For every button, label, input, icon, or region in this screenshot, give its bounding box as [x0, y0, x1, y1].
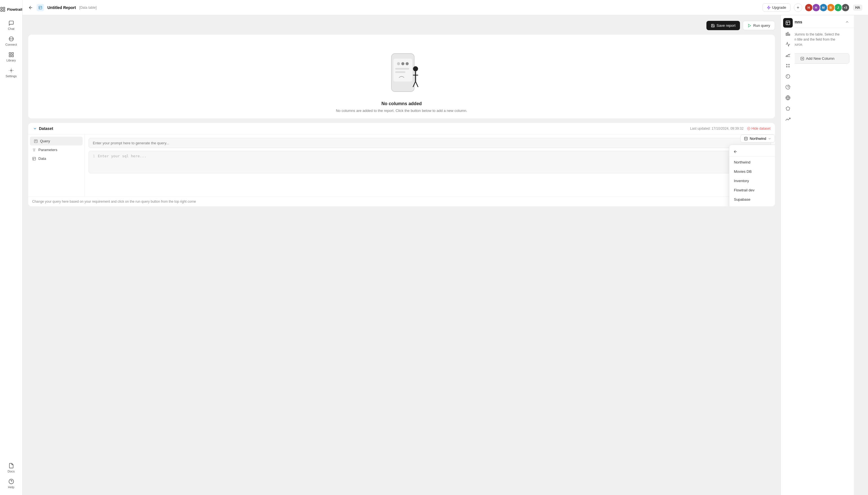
- avatar-2: H: [812, 3, 820, 12]
- dataset-main: 1 Enter your sql here... Northwind: [85, 135, 775, 197]
- empty-illustration: [376, 46, 427, 97]
- view-bar-chart-icon[interactable]: [783, 29, 793, 38]
- svg-marker-26: [748, 24, 751, 27]
- db-dropdown-trigger[interactable]: Northwind: [740, 135, 775, 143]
- svg-rect-33: [395, 71, 406, 73]
- dataset-tab-query[interactable]: Query: [30, 137, 83, 146]
- app-logo: Flowtrail: [0, 3, 22, 17]
- svg-rect-9: [9, 55, 11, 57]
- topbar: Untitled Report [Data table] Upgrade + H…: [22, 0, 868, 15]
- sidebar-item-help[interactable]: Help: [0, 476, 22, 492]
- avatar-4: B: [827, 3, 835, 12]
- main-content: Save report Run query: [22, 15, 868, 495]
- sql-editor[interactable]: 1 Enter your sql here...: [88, 151, 771, 173]
- view-table-icon[interactable]: [783, 18, 793, 28]
- dataset-body: Query Parameters: [28, 135, 775, 197]
- sidebar-item-chat[interactable]: Chat: [0, 17, 22, 33]
- svg-rect-8: [12, 53, 13, 54]
- report-title: Untitled Report: [47, 5, 76, 10]
- center-area: Save report Run query: [22, 15, 781, 495]
- db-option-supabase[interactable]: Supabase: [729, 195, 775, 204]
- svg-point-19: [786, 66, 787, 67]
- run-query-button[interactable]: Run query: [743, 21, 775, 30]
- view-line-chart-icon[interactable]: [783, 39, 793, 49]
- svg-point-49: [745, 137, 748, 138]
- sidebar-item-connect[interactable]: Connect: [0, 33, 22, 49]
- svg-point-11: [11, 70, 12, 71]
- svg-point-30: [401, 62, 404, 65]
- svg-point-34: [413, 66, 418, 71]
- sidebar-item-help-label: Help: [8, 485, 14, 489]
- dataset-section: Dataset Last updated: 17/10/2024, 09:39:…: [28, 123, 775, 206]
- svg-rect-7: [9, 53, 11, 54]
- query-prompt-input[interactable]: [88, 138, 771, 148]
- db-selected-label: Northwind: [750, 136, 766, 141]
- svg-rect-1: [3, 7, 5, 9]
- back-button[interactable]: [28, 5, 33, 10]
- add-column-button[interactable]: Add New Column: [785, 53, 849, 64]
- sidebar: Flowtrail Chat Connect Library Settings: [0, 0, 22, 495]
- sidebar-item-settings[interactable]: Settings: [0, 65, 22, 81]
- svg-point-22: [786, 64, 787, 65]
- svg-marker-25: [786, 106, 790, 110]
- upgrade-button[interactable]: Upgrade: [763, 3, 790, 12]
- db-back-button[interactable]: [729, 147, 775, 156]
- svg-point-20: [788, 64, 789, 65]
- view-trend-icon[interactable]: [783, 115, 793, 124]
- save-report-button[interactable]: Save report: [707, 21, 740, 30]
- svg-rect-0: [1, 7, 2, 9]
- db-option-inventory[interactable]: Inventory: [729, 176, 775, 186]
- view-scatter-icon[interactable]: [783, 61, 793, 70]
- dataset-last-updated: Last updated: 17/10/2024, 09:39:32: [690, 126, 744, 131]
- svg-rect-14: [39, 6, 42, 9]
- svg-rect-10: [12, 55, 13, 57]
- db-option-movies-db[interactable]: Movies DB: [729, 167, 775, 176]
- empty-state: No columns added No columns are added to…: [28, 35, 775, 118]
- svg-rect-15: [786, 21, 790, 25]
- view-world-icon[interactable]: [783, 93, 793, 103]
- dataset-tab-data[interactable]: Data: [28, 154, 84, 163]
- empty-title: No columns added: [381, 101, 422, 106]
- avatar-1: H: [804, 3, 813, 12]
- svg-rect-18: [789, 34, 789, 35]
- avatar-5: J: [834, 3, 843, 12]
- db-option-flowtrail-dev[interactable]: Flowtrail dev: [729, 186, 775, 195]
- svg-point-21: [788, 66, 789, 67]
- avatars-group: H H M B J +3: [806, 3, 850, 12]
- view-gauge-icon[interactable]: [783, 72, 793, 81]
- view-area-chart-icon[interactable]: [783, 50, 793, 60]
- empty-description: No columns are added to the report. Clic…: [336, 108, 467, 113]
- svg-point-31: [406, 62, 409, 65]
- toolbar-row: Save report Run query: [28, 21, 775, 30]
- view-icons-panel: [781, 15, 795, 495]
- sidebar-item-library[interactable]: Library: [0, 49, 22, 65]
- db-option-turso-db[interactable]: Turso db: [729, 204, 775, 206]
- svg-rect-28: [393, 58, 412, 82]
- view-pie-icon[interactable]: [783, 82, 793, 92]
- avatar-extra: +3: [841, 3, 850, 12]
- sidebar-item-docs-label: Docs: [7, 470, 15, 473]
- svg-rect-16: [786, 33, 787, 35]
- dataset-title: Dataset: [33, 126, 53, 131]
- add-button[interactable]: +: [794, 3, 802, 12]
- svg-point-29: [397, 62, 400, 65]
- dataset-header: Dataset Last updated: 17/10/2024, 09:39:…: [28, 123, 775, 135]
- view-pentagon-icon[interactable]: [783, 104, 793, 113]
- report-type-icon: [37, 4, 44, 11]
- sidebar-item-settings-label: Settings: [6, 74, 17, 78]
- sidebar-item-docs[interactable]: Docs: [0, 460, 22, 476]
- db-dropdown-menu: Northwind ✓ Movies DB Inventory Flowtrai…: [729, 144, 775, 206]
- db-option-northwind[interactable]: Northwind ✓: [729, 157, 775, 167]
- db-dropdown-container: Northwind Nor: [740, 135, 775, 143]
- sidebar-item-library-label: Library: [6, 58, 16, 62]
- svg-rect-17: [787, 32, 788, 35]
- footer-hint: Change your query here based on your req…: [28, 197, 775, 206]
- dataset-tab-parameters[interactable]: Parameters: [28, 146, 84, 154]
- dataset-nav: Query Parameters: [28, 135, 85, 197]
- app-name: Flowtrail: [7, 7, 22, 12]
- svg-rect-32: [395, 68, 409, 69]
- hide-dataset-button[interactable]: Hide dataset: [747, 126, 770, 131]
- svg-rect-48: [33, 157, 36, 160]
- sidebar-item-connect-label: Connect: [5, 43, 17, 46]
- svg-rect-2: [1, 10, 2, 12]
